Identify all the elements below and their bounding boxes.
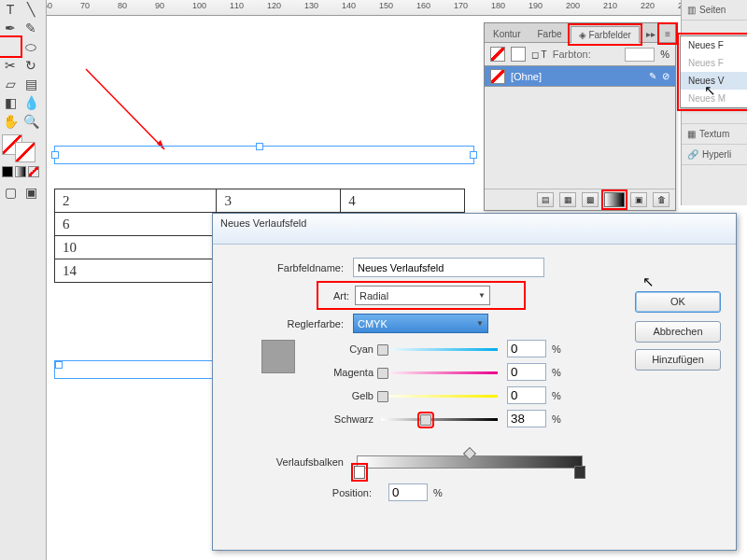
rectangle-frame-tool[interactable] [0, 37, 21, 56]
new-gradient-dialog: Neues Verlaufsfeld Farbfeldname: Art: Ra… [212, 213, 737, 551]
tab-swatches[interactable]: ◈ Farbfelder [571, 26, 640, 43]
gradient-tool[interactable]: ◧ [0, 93, 21, 112]
pages-icon: ▥ [687, 5, 696, 15]
black-input[interactable] [507, 410, 546, 427]
panel-flyout-menu: Neues F Neues F Neues V Neues M [680, 35, 747, 108]
chevron-down-icon: ▼ [476, 319, 484, 328]
flyout-item: Neues F [681, 54, 747, 72]
pen-tool[interactable]: ✒ [0, 19, 21, 37]
rotate-tool[interactable]: ↻ [21, 56, 41, 75]
stroke-swatch-icon[interactable] [511, 47, 526, 62]
hyperlinks-panel-tab[interactable]: 🔗Hyperli [682, 145, 747, 165]
flyout-item[interactable]: Neues F [681, 36, 747, 54]
colormode-label: Reglerfarbe: [222, 318, 353, 329]
tint-label: Farbton: [553, 49, 591, 60]
magenta-label: Magenta [308, 367, 381, 378]
midpoint-diamond[interactable] [463, 447, 476, 460]
swatch-item-none[interactable]: [Ohne] ✎ ⊘ [485, 66, 675, 86]
panel-collapse[interactable]: ▸▸ [641, 25, 660, 42]
cyan-input[interactable] [507, 340, 546, 357]
none-icon: ⊘ [662, 71, 669, 81]
cyan-label: Cyan [308, 343, 381, 355]
yellow-input[interactable] [507, 386, 546, 404]
apply-gradient[interactable] [15, 166, 26, 177]
normal-view[interactable]: ▢ [0, 183, 21, 202]
tab-color[interactable]: Farbe [529, 25, 570, 42]
tool-palette: T╲ ✒✎ ⬭ ✂↻ ▱▤ ◧💧 ✋🔍 ▢▣ [0, 0, 47, 560]
ellipse-frame-tool[interactable]: ⬭ [21, 37, 41, 56]
tab-stroke[interactable]: Kontur [485, 25, 529, 42]
show-large-view[interactable]: ▩ [582, 192, 599, 207]
show-small-view[interactable]: ▦ [559, 192, 576, 207]
pencil-tool[interactable]: ✎ [21, 19, 41, 37]
link-icon: 🔗 [687, 149, 698, 160]
apply-black[interactable] [2, 166, 13, 177]
tint-input[interactable] [625, 48, 655, 62]
resize-handle[interactable] [55, 361, 63, 369]
magenta-input[interactable] [507, 363, 546, 381]
panel-menu-icon[interactable]: ≡ [660, 25, 675, 42]
free-transform-tool[interactable]: ▤ [21, 75, 41, 93]
color-mode-combo[interactable]: CMYK▼ [353, 314, 488, 333]
show-list-view[interactable]: ▤ [537, 192, 554, 207]
selected-frame[interactable] [54, 146, 474, 164]
gradient-ramp-label: Verlaufsbalken [222, 456, 349, 468]
eyedropper-tool[interactable]: 💧 [21, 93, 41, 112]
ok-button[interactable]: OK [635, 291, 721, 313]
swatches-icon: ◈ [579, 30, 586, 40]
tint-unit: % [660, 49, 669, 60]
resize-handle[interactable] [256, 143, 263, 150]
flyout-item: Neues M [681, 90, 747, 107]
line-tool[interactable]: ╲ [21, 0, 41, 19]
object-text-toggle[interactable]: ◻ T [531, 49, 547, 60]
add-button[interactable]: Hinzufügen [635, 349, 721, 371]
textwrap-panel-tab[interactable]: ▦Textum [682, 124, 747, 145]
black-slider[interactable] [381, 414, 498, 424]
horizontal-ruler: 6070809010011012013014015016017018019020… [47, 0, 747, 16]
type-tool[interactable]: T [0, 0, 21, 19]
svg-line-0 [86, 69, 164, 149]
position-input[interactable] [388, 483, 428, 501]
textwrap-icon: ▦ [687, 129, 696, 139]
table-row: 234 [55, 189, 465, 213]
cancel-button[interactable]: Abbrechen [635, 321, 721, 343]
swatch-list: [Ohne] ✎ ⊘ [485, 65, 675, 87]
name-label: Farbfeldname: [222, 262, 353, 273]
type-label: Art: [323, 290, 355, 301]
gradient-stop-right[interactable] [574, 466, 585, 479]
delete-swatch[interactable]: 🗑 [653, 192, 669, 207]
scale-tool[interactable]: ▱ [0, 75, 21, 93]
zoom-tool[interactable]: 🔍 [21, 112, 41, 131]
apply-none[interactable] [28, 166, 39, 177]
gradient-stop-left[interactable] [354, 466, 365, 479]
new-gradient-swatch[interactable] [604, 192, 625, 207]
fill-swatch-icon[interactable] [490, 47, 505, 62]
scissors-tool[interactable]: ✂ [0, 56, 21, 75]
yellow-slider[interactable] [381, 391, 498, 400]
flyout-item-new-gradient[interactable]: Neues V [681, 72, 747, 90]
gradient-type-combo[interactable]: Radial▼ [355, 286, 490, 305]
black-label: Schwarz [308, 413, 381, 425]
yellow-label: Gelb [308, 390, 381, 401]
hand-tool[interactable]: ✋ [0, 112, 21, 131]
fill-stroke-swatch[interactable] [2, 134, 44, 162]
magenta-slider[interactable] [381, 368, 498, 377]
dialog-title: Neues Verlaufsfeld [213, 214, 736, 245]
cyan-slider[interactable] [381, 344, 498, 354]
new-swatch[interactable]: ▣ [630, 192, 647, 207]
empty-frame[interactable] [54, 360, 218, 379]
color-preview [261, 340, 295, 373]
resize-handle[interactable] [51, 151, 59, 159]
lock-icon: ✎ [649, 71, 656, 81]
swatches-panel: Kontur Farbe ◈ Farbfelder ▸▸ ≡ ◻ T Farbt… [484, 22, 676, 211]
pages-panel-tab[interactable]: ▥Seiten [682, 0, 747, 21]
position-label: Position: [316, 487, 379, 498]
resize-handle[interactable] [470, 151, 477, 159]
swatch-name-input[interactable] [353, 258, 544, 277]
gradient-ramp[interactable] [357, 455, 583, 469]
chevron-down-icon: ▼ [478, 291, 486, 300]
preview-view[interactable]: ▣ [21, 183, 41, 202]
